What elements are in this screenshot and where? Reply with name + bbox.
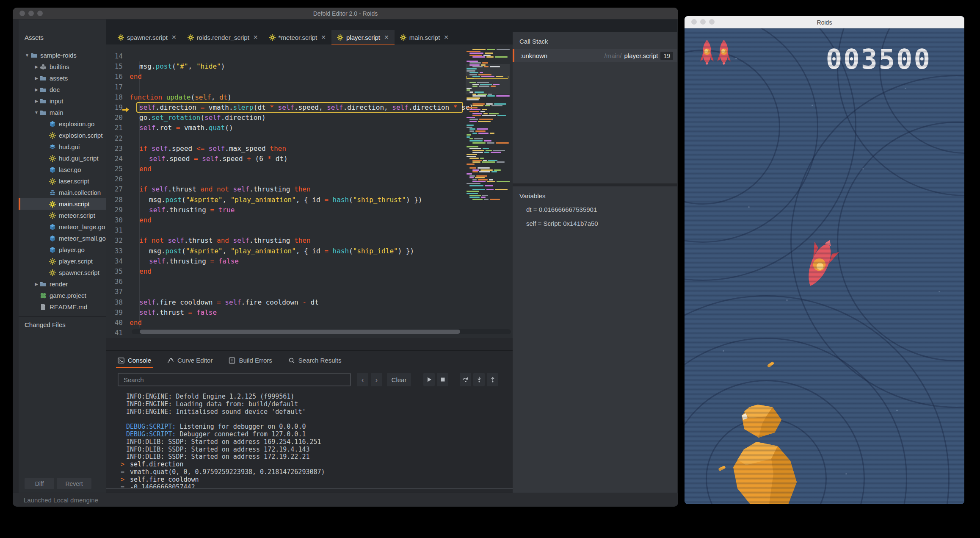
code-line-20[interactable]: 20go.set_rotation(self.direction) [106, 113, 513, 123]
editor-tab-main-script[interactable]: main.script✕ [395, 30, 454, 44]
tree-item-main[interactable]: ▼main [19, 107, 106, 118]
code-line-36[interactable]: 36 [106, 277, 513, 287]
minimize-window-icon[interactable] [700, 19, 706, 25]
code-minimap[interactable] [466, 49, 510, 200]
bottom-tab-console[interactable]: Console [116, 351, 153, 370]
code-line-40[interactable]: 40end [106, 318, 513, 328]
find-next-button[interactable]: › [371, 373, 382, 386]
expand-arrow-icon[interactable]: ▼ [34, 110, 39, 115]
code-line-37[interactable]: 37 [106, 287, 513, 297]
expand-arrow-icon[interactable]: ▶ [34, 64, 39, 69]
code-line-23[interactable]: 23if self.speed <= self.max_speed then [106, 144, 513, 154]
editor-titlebar[interactable]: Defold Editor 2.0 - Roids [13, 8, 678, 19]
code-line-27[interactable]: 27if self.thrust and not self.thrusting … [106, 184, 513, 194]
tree-item-input[interactable]: ▶input [19, 95, 106, 107]
code-line-33[interactable]: 33msg.post("#sprite", "play_animation", … [106, 246, 513, 256]
clear-console-button[interactable]: Clear [387, 373, 411, 386]
tree-item-spawner-script[interactable]: spawner.script [19, 267, 106, 278]
console-output[interactable]: INFO:ENGINE: Defold Engine 1.2.125 (f999… [106, 391, 513, 488]
close-window-icon[interactable] [691, 19, 697, 25]
console-search-input[interactable] [118, 373, 351, 386]
tree-item-assets[interactable]: ▶assets [19, 72, 106, 84]
code-line-30[interactable]: 30end [106, 215, 513, 225]
code-line-24[interactable]: 24self.speed = self.speed + (6 * dt) [106, 154, 513, 164]
tree-item-meteor-large-go[interactable]: meteor_large.go [19, 221, 106, 233]
stop-button[interactable] [437, 373, 448, 386]
game-titlebar[interactable]: Roids [685, 16, 964, 28]
step-out-button[interactable] [487, 373, 498, 386]
code-line-25[interactable]: 25end [106, 164, 513, 174]
expand-arrow-icon[interactable]: ▼ [25, 53, 30, 58]
code-line-17[interactable]: 17 [106, 82, 513, 92]
close-icon[interactable]: ✕ [253, 34, 258, 41]
step-into-button[interactable] [473, 373, 485, 386]
code-line-32[interactable]: 32if not self.thrust and self.thrusting … [106, 236, 513, 246]
tree-item-player-go[interactable]: player.go [19, 244, 106, 255]
minimize-window-icon[interactable] [28, 11, 34, 16]
close-icon[interactable]: ✕ [321, 34, 326, 41]
bottom-tab-search-results[interactable]: Search Results [287, 351, 343, 370]
tree-item-game-project[interactable]: game.project [19, 290, 106, 301]
code-line-35[interactable]: 35end [106, 266, 513, 277]
maximize-window-icon[interactable] [37, 11, 43, 16]
code-line-39[interactable]: 39self.thrust = false [106, 308, 513, 318]
variable-row-self[interactable]: self = Script: 0x141b7a50 [526, 220, 598, 227]
game-viewport[interactable]: 003500 [685, 28, 964, 504]
code-line-28[interactable]: 28msg.post("#sprite", "play_animation", … [106, 195, 513, 205]
code-line-16[interactable]: 16end [106, 72, 513, 82]
close-window-icon[interactable] [19, 11, 25, 16]
call-stack-frame[interactable]: :unknown /main/player.script 19 [513, 49, 677, 62]
minimap-line [466, 193, 510, 194]
code-line-19[interactable]: 19self.direction = vmath.slerp(dt * self… [106, 103, 513, 113]
close-icon[interactable]: ✕ [444, 34, 449, 41]
tree-item-sample-roids[interactable]: ▼sample-roids [19, 50, 106, 61]
tree-item-meteor-script[interactable]: meteor.script [19, 210, 106, 221]
tree-item-hud-gui-script[interactable]: hud.gui_script [19, 153, 106, 164]
tree-item-main-script[interactable]: main.script [19, 198, 106, 210]
code-line-29[interactable]: 29self.thrusting = true [106, 205, 513, 215]
variable-row-dt[interactable]: dt = 0.016666667535901 [526, 206, 597, 213]
expand-arrow-icon[interactable]: ▶ [34, 87, 39, 92]
tree-item-meteor-small-go[interactable]: meteor_small.go [19, 233, 106, 244]
play-button[interactable] [423, 373, 435, 386]
code-line-38[interactable]: 38self.fire_cooldown = self.fire_cooldow… [106, 297, 513, 308]
tree-item-explosion-script[interactable]: explosion.script [19, 130, 106, 141]
code-line-31[interactable]: 31 [106, 225, 513, 236]
tree-item-main-collection[interactable]: main.collection [19, 187, 106, 198]
code-line-21[interactable]: 21self.rot = vmath.quat() [106, 123, 513, 133]
find-previous-button[interactable]: ‹ [357, 373, 368, 386]
code-line-34[interactable]: 34self.thrusting = false [106, 256, 513, 266]
close-icon[interactable]: ✕ [384, 34, 389, 41]
editor-tab--meteor-script[interactable]: *meteor.script✕ [264, 30, 331, 44]
tree-item-render[interactable]: ▶render [19, 278, 106, 290]
step-over-button[interactable] [460, 373, 471, 386]
expand-arrow-icon[interactable]: ▶ [34, 282, 39, 286]
horizontal-scrollbar-thumb[interactable] [140, 330, 460, 334]
expand-arrow-icon[interactable]: ▶ [34, 99, 39, 103]
tree-item-builtins[interactable]: ▶builtins [19, 61, 106, 72]
editor-tab-roids-render-script[interactable]: roids.render_script✕ [182, 30, 264, 44]
code-line-22[interactable]: 22 [106, 133, 513, 144]
editor-tab-player-script[interactable]: player.script✕ [331, 30, 395, 44]
tree-item-player-script[interactable]: player.script [19, 255, 106, 267]
tree-item-laser-go[interactable]: laser.go [19, 164, 106, 175]
code-line-26[interactable]: 26 [106, 174, 513, 184]
code-line-18[interactable]: 18function update(self, dt) [106, 92, 513, 103]
code-line-14[interactable]: 14 [106, 51, 513, 61]
bottom-tab-build-errors[interactable]: Build Errors [227, 351, 273, 370]
expand-arrow-icon[interactable]: ▶ [34, 76, 39, 80]
diff-button[interactable]: Diff [25, 478, 54, 489]
bottom-tab-curve-editor[interactable]: Curve Editor [166, 351, 214, 370]
tree-item-hud-gui[interactable]: hud.gui [19, 141, 106, 153]
tree-item-explosion-go[interactable]: explosion.go [19, 118, 106, 130]
code-editor[interactable]: 1415msg.post("#", "hide")16end1718functi… [106, 44, 513, 338]
frame-path: /main/ [605, 52, 622, 59]
close-icon[interactable]: ✕ [171, 34, 177, 41]
maximize-window-icon[interactable] [709, 19, 715, 25]
tree-item-laser-script[interactable]: laser.script [19, 175, 106, 187]
code-line-15[interactable]: 15msg.post("#", "hide") [106, 61, 513, 72]
tree-item-doc[interactable]: ▶doc [19, 84, 106, 95]
tree-item-readme-md[interactable]: README.md [19, 301, 106, 313]
revert-button[interactable]: Revert [57, 478, 91, 489]
editor-tab-spawner-script[interactable]: spawner.script✕ [112, 30, 182, 44]
